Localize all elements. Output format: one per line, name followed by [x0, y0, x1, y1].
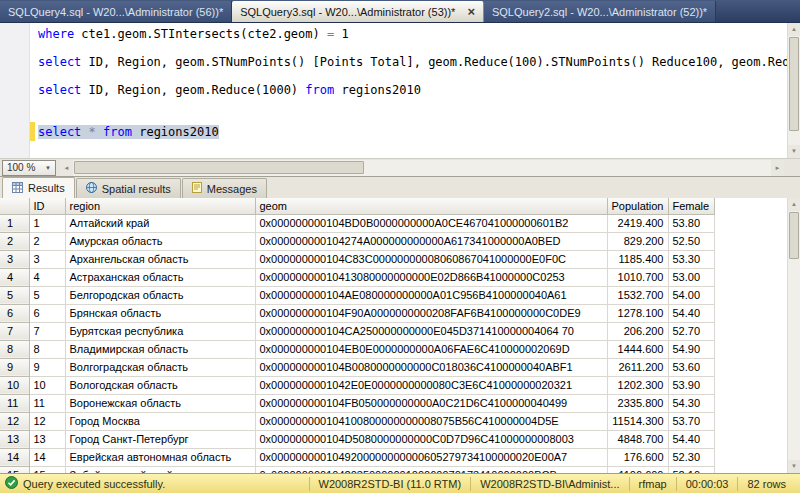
cell[interactable]: Еврейская автономная область — [65, 448, 255, 466]
cell[interactable]: 3 — [29, 250, 65, 268]
editor-scrollbar-thumb[interactable] — [789, 37, 799, 131]
cell[interactable]: Белгородская область — [65, 286, 255, 304]
code-line[interactable]: select ID, Region, geom.Reduce(1000) fro… — [38, 83, 787, 97]
cell[interactable]: 11514.300 — [607, 412, 668, 430]
row-header[interactable]: 3 — [0, 250, 29, 268]
row-header[interactable]: 6 — [0, 304, 29, 322]
cell[interactable]: 53.60 — [668, 358, 714, 376]
cell[interactable]: 1185.400 — [607, 250, 668, 268]
document-tab[interactable]: SQLQuery4.sql - W20...\Administrator (56… — [0, 1, 232, 22]
row-header[interactable]: 2 — [0, 232, 29, 250]
scroll-up-arrow-icon[interactable]: ▲ — [788, 23, 800, 36]
scroll-down-arrow-icon[interactable]: ▼ — [788, 460, 800, 473]
cell[interactable]: 53.80 — [668, 214, 714, 232]
tab-spatial-results[interactable]: Spatial results — [76, 178, 181, 198]
row-header[interactable]: 14 — [0, 448, 29, 466]
row-header[interactable]: 11 — [0, 394, 29, 412]
cell[interactable]: 1532.700 — [607, 286, 668, 304]
cell[interactable]: 0x000000000104100800000000008075B56C4100… — [255, 412, 607, 430]
cell[interactable]: 54.30 — [668, 394, 714, 412]
cell[interactable]: Алтайский край — [65, 214, 255, 232]
cell[interactable]: 53.00 — [668, 268, 714, 286]
cell[interactable]: 10 — [29, 376, 65, 394]
cell[interactable]: 9 — [29, 358, 65, 376]
close-tab-icon[interactable]: × — [467, 7, 475, 17]
zoom-selector[interactable]: 100 % ▼ — [2, 160, 56, 176]
cell[interactable]: 54.90 — [668, 340, 714, 358]
row-header[interactable]: 1 — [0, 214, 29, 232]
cell[interactable]: Брянская область — [65, 304, 255, 322]
cell[interactable]: 4848.700 — [607, 430, 668, 448]
cell[interactable]: 206.200 — [607, 322, 668, 340]
cell[interactable]: 4 — [29, 268, 65, 286]
scroll-down-arrow-icon[interactable]: ▼ — [788, 145, 800, 158]
cell[interactable]: 54.40 — [668, 304, 714, 322]
cell[interactable]: 13 — [29, 430, 65, 448]
row-header[interactable]: 5 — [0, 286, 29, 304]
cell[interactable]: 0x000000000104274A000000000000A617341000… — [255, 232, 607, 250]
code-line[interactable]: select ID, Region, geom.STNumPoints() [P… — [38, 55, 787, 69]
cell[interactable]: 1 — [29, 214, 65, 232]
code-line[interactable] — [38, 97, 787, 111]
cell[interactable]: 54.00 — [668, 286, 714, 304]
cell[interactable]: Архангельская область — [65, 250, 255, 268]
cell[interactable]: Вологодская область — [65, 376, 255, 394]
cell[interactable]: 176.600 — [607, 448, 668, 466]
cell[interactable]: 0x000000000104FB050000000000A0C21D6C4100… — [255, 394, 607, 412]
cell[interactable]: 11 — [29, 394, 65, 412]
cell[interactable]: 1106.600 — [607, 466, 668, 473]
grid-corner[interactable] — [0, 198, 29, 214]
cell[interactable]: 52.70 — [668, 322, 714, 340]
code-line[interactable]: select * from regions2010 — [38, 125, 787, 139]
cell[interactable]: 0x000000000104F90A0000000000208FAF6B4100… — [255, 304, 607, 322]
cell[interactable]: 54.40 — [668, 430, 714, 448]
grid-vertical-scrollbar[interactable]: ▲ ▼ — [787, 198, 800, 473]
row-header[interactable]: 9 — [0, 358, 29, 376]
code-area[interactable]: where cte1.geom.STIntersects(cte2.geom) … — [38, 27, 787, 158]
column-header[interactable]: Population — [607, 198, 668, 214]
cell[interactable]: 0x000000000104CA250000000000E045D3714100… — [255, 322, 607, 340]
cell[interactable]: 1278.100 — [607, 304, 668, 322]
cell[interactable]: 5 — [29, 286, 65, 304]
cell[interactable]: Владимирская область — [65, 340, 255, 358]
cell[interactable]: 52.50 — [668, 232, 714, 250]
cell[interactable]: Волгоградская область — [65, 358, 255, 376]
cell[interactable]: 829.200 — [607, 232, 668, 250]
cell[interactable]: 12 — [29, 412, 65, 430]
query-editor[interactable]: where cte1.geom.STIntersects(cte2.geom) … — [0, 23, 800, 158]
cell[interactable]: 0x0000000001042E0E0000000000080C3E6C4100… — [255, 376, 607, 394]
cell[interactable]: 53.90 — [668, 376, 714, 394]
cell[interactable]: Город Санкт-Петербург — [65, 430, 255, 448]
cell[interactable]: 0x00000000010492000000000006052797341000… — [255, 448, 607, 466]
cell[interactable]: 6 — [29, 304, 65, 322]
cell[interactable]: 53.30 — [668, 250, 714, 268]
cell[interactable]: 15 — [29, 466, 65, 473]
row-header[interactable]: 4 — [0, 268, 29, 286]
cell[interactable]: 0x000000000104BD0B0000000000A0CE46704100… — [255, 214, 607, 232]
editor-vertical-scrollbar[interactable]: ▲ ▼ — [787, 23, 800, 158]
row-header[interactable]: 12 — [0, 412, 29, 430]
cell[interactable]: 2611.200 — [607, 358, 668, 376]
cell[interactable]: 1010.700 — [607, 268, 668, 286]
document-tab[interactable]: SQLQuery2.sql - W20...\Administrator (52… — [484, 1, 716, 22]
cell[interactable]: 0x000000000104D5080000000000C0D7D96C4100… — [255, 430, 607, 448]
column-header[interactable]: Female — [668, 198, 714, 214]
document-tab[interactable]: SQLQuery3.sql - W20...\Administrator (53… — [232, 1, 484, 22]
cell[interactable]: 0x000000000104C83C0000000000806086704100… — [255, 250, 607, 268]
column-header[interactable]: ID — [29, 198, 65, 214]
horizontal-scrollbar-thumb[interactable] — [74, 161, 364, 174]
cell[interactable]: 0x000000000104EB0E0000000000A06FAE6C4100… — [255, 340, 607, 358]
cell[interactable]: 2419.400 — [607, 214, 668, 232]
code-line[interactable]: where cte1.geom.STIntersects(cte2.geom) … — [38, 27, 787, 41]
column-header[interactable]: geom — [255, 198, 607, 214]
code-line[interactable] — [38, 111, 787, 125]
row-header[interactable]: 7 — [0, 322, 29, 340]
cell[interactable]: 8 — [29, 340, 65, 358]
cell[interactable]: 0x000000000104AE080000000000A01C956B4100… — [255, 286, 607, 304]
scroll-up-arrow-icon[interactable]: ▲ — [788, 198, 800, 211]
scroll-right-arrow-icon[interactable]: ► — [771, 160, 784, 176]
cell[interactable]: 0x00000000010413080000000000E02D866B4100… — [255, 268, 607, 286]
cell[interactable]: 0x00000000010420350000001000609701734100… — [255, 466, 607, 473]
row-header[interactable]: 10 — [0, 376, 29, 394]
cell[interactable]: Забайкальский край — [65, 466, 255, 473]
